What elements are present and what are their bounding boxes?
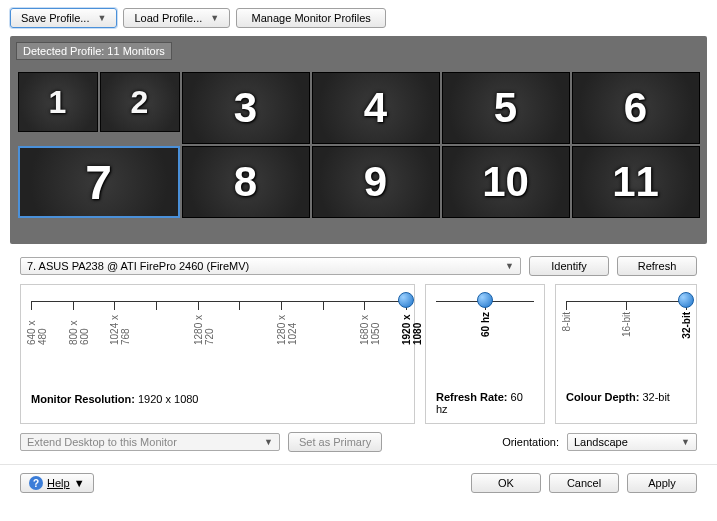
chevron-down-icon: ▼ [505, 261, 514, 271]
chevron-down-icon: ▼ [210, 13, 219, 23]
save-profile-button[interactable]: Save Profile... ▼ [10, 8, 117, 28]
apply-label: Apply [648, 477, 676, 489]
resolution-tick-label: 640 x 480 [26, 312, 48, 345]
resolution-summary-label: Monitor Resolution: [31, 393, 135, 405]
monitor-select-value: 7. ASUS PA238 @ ATI FirePro 2460 (FireMV… [27, 260, 249, 272]
monitor-thumb-8[interactable]: 8 [182, 146, 310, 218]
set-primary-button: Set as Primary [288, 432, 382, 452]
top-toolbar: Save Profile... ▼ Load Profile... ▼ Mana… [0, 0, 717, 34]
orientation-label: Orientation: [502, 436, 559, 448]
chevron-down-icon: ▼ [97, 13, 106, 23]
extend-desktop-select: Extend Desktop to this Monitor ▼ [20, 433, 280, 451]
detected-profile-label: Detected Profile: 11 Monitors [16, 42, 172, 60]
monitor-thumb-1[interactable]: 1 [18, 72, 98, 132]
apply-button[interactable]: Apply [627, 473, 697, 493]
slider-knob[interactable] [678, 292, 694, 308]
slider-knob[interactable] [398, 292, 414, 308]
monitor-row: 1 2 3 4 5 6 [18, 72, 700, 144]
monitor-select-row: 7. ASUS PA238 @ ATI FirePro 2460 (FireMV… [0, 250, 717, 280]
load-profile-label: Load Profile... [134, 12, 202, 24]
dialog-footer: ? Help ▼ OK Cancel Apply [0, 464, 717, 503]
colour-depth-summary-label: Colour Depth: [566, 391, 639, 403]
resolution-tick-label: 1920 x 1080 [401, 312, 423, 345]
refresh-rate-summary: Refresh Rate: 60 hz [436, 391, 534, 415]
chevron-down-icon: ▼ [264, 437, 273, 447]
refresh-rate-slider[interactable]: 60 hz [436, 301, 534, 343]
colour-depth-summary-value: 32-bit [642, 391, 670, 403]
monitor-thumb-6[interactable]: 6 [572, 72, 700, 144]
monitor-thumb-4[interactable]: 4 [312, 72, 440, 144]
cancel-button[interactable]: Cancel [549, 473, 619, 493]
cancel-label: Cancel [567, 477, 601, 489]
resolution-tick-label: 1024 x 768 [109, 312, 131, 345]
chevron-down-icon: ▼ [74, 477, 85, 489]
identify-label: Identify [551, 260, 586, 272]
lower-row: Extend Desktop to this Monitor ▼ Set as … [0, 430, 717, 458]
resolution-summary-value: 1920 x 1080 [138, 393, 199, 405]
extend-desktop-value: Extend Desktop to this Monitor [27, 436, 177, 448]
colour-depth-tick-label: 8-bit [561, 312, 572, 331]
colour-depth-summary: Colour Depth: 32-bit [566, 391, 686, 403]
refresh-button[interactable]: Refresh [617, 256, 697, 276]
monitor-select[interactable]: 7. ASUS PA238 @ ATI FirePro 2460 (FireMV… [20, 257, 521, 275]
resolution-tick-label: 800 x 600 [68, 312, 90, 345]
load-profile-button[interactable]: Load Profile... ▼ [123, 8, 230, 28]
refresh-rate-panel: 60 hz Refresh Rate: 60 hz [425, 284, 545, 424]
monitor-thumb-10[interactable]: 10 [442, 146, 570, 218]
monitor-row: 7 8 9 10 11 [18, 146, 700, 218]
help-label: Help [47, 477, 70, 489]
resolution-tick-label: 1680 x 1050 [359, 312, 381, 345]
monitor-thumb-7[interactable]: 7 [18, 146, 180, 218]
manage-profiles-button[interactable]: Manage Monitor Profiles [236, 8, 386, 28]
refresh-rate-summary-label: Refresh Rate: [436, 391, 508, 403]
orientation-value: Landscape [574, 436, 628, 448]
monitor-thumb-9[interactable]: 9 [312, 146, 440, 218]
refresh-label: Refresh [638, 260, 677, 272]
help-button[interactable]: ? Help ▼ [20, 473, 94, 493]
monitor-thumb-2[interactable]: 2 [100, 72, 180, 132]
monitor-thumb-3[interactable]: 3 [182, 72, 310, 144]
colour-depth-slider[interactable]: 8-bit16-bit32-bit [566, 301, 686, 343]
manage-profiles-label: Manage Monitor Profiles [252, 12, 371, 24]
slider-knob[interactable] [477, 292, 493, 308]
chevron-down-icon: ▼ [681, 437, 690, 447]
set-primary-label: Set as Primary [299, 436, 371, 448]
colour-depth-tick-label: 16-bit [621, 312, 632, 337]
identify-button[interactable]: Identify [529, 256, 609, 276]
ok-button[interactable]: OK [471, 473, 541, 493]
resolution-panel: 640 x 480800 x 6001024 x 7681280 x 72012… [20, 284, 415, 424]
ok-label: OK [498, 477, 514, 489]
monitor-thumb-5[interactable]: 5 [442, 72, 570, 144]
resolution-summary: Monitor Resolution: 1920 x 1080 [31, 393, 404, 405]
orientation-select[interactable]: Landscape ▼ [567, 433, 697, 451]
resolution-slider[interactable]: 640 x 480800 x 6001024 x 7681280 x 72012… [31, 301, 404, 345]
monitor-thumb-11[interactable]: 11 [572, 146, 700, 218]
help-icon: ? [29, 476, 43, 490]
resolution-tick-label: 1280 x 720 [193, 312, 215, 345]
refresh-rate-tick-label: 60 hz [480, 312, 491, 337]
monitor-layout-area: Detected Profile: 11 Monitors 1 2 3 4 5 … [10, 36, 707, 244]
monitor-grid: 1 2 3 4 5 6 7 8 9 10 11 [16, 64, 701, 238]
colour-depth-tick-label: 32-bit [681, 312, 692, 339]
colour-depth-panel: 8-bit16-bit32-bit Colour Depth: 32-bit [555, 284, 697, 424]
save-profile-label: Save Profile... [21, 12, 89, 24]
settings-panels: 640 x 480800 x 6001024 x 7681280 x 72012… [0, 280, 717, 430]
resolution-tick-label: 1280 x 1024 [276, 312, 298, 345]
